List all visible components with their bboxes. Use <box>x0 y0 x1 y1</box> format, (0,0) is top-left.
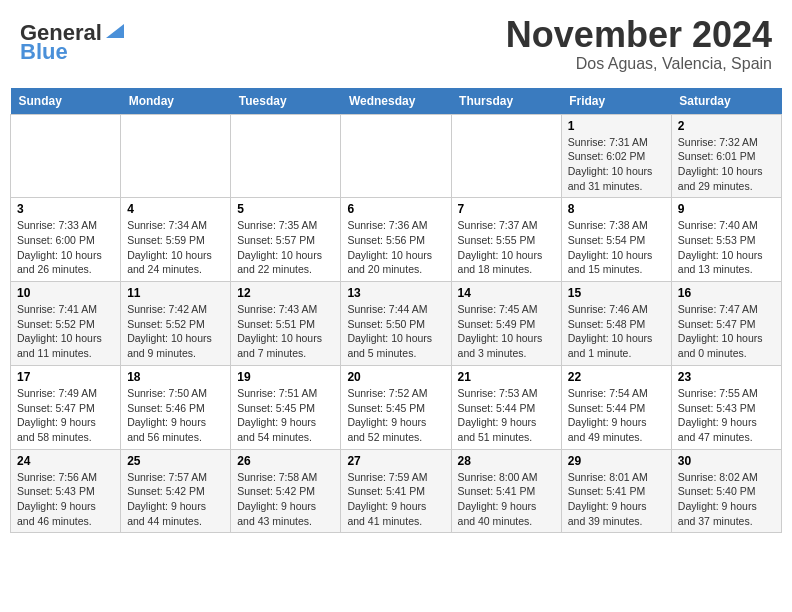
calendar-cell: 4Sunrise: 7:34 AM Sunset: 5:59 PM Daylig… <box>121 198 231 282</box>
day-number: 28 <box>458 454 555 468</box>
day-info: Sunrise: 7:56 AM Sunset: 5:43 PM Dayligh… <box>17 470 114 529</box>
calendar-cell: 18Sunrise: 7:50 AM Sunset: 5:46 PM Dayli… <box>121 365 231 449</box>
weekday-header-sunday: Sunday <box>11 88 121 115</box>
day-info: Sunrise: 7:58 AM Sunset: 5:42 PM Dayligh… <box>237 470 334 529</box>
calendar-cell: 20Sunrise: 7:52 AM Sunset: 5:45 PM Dayli… <box>341 365 451 449</box>
day-info: Sunrise: 8:01 AM Sunset: 5:41 PM Dayligh… <box>568 470 665 529</box>
calendar-cell <box>121 114 231 198</box>
day-number: 29 <box>568 454 665 468</box>
day-info: Sunrise: 7:46 AM Sunset: 5:48 PM Dayligh… <box>568 302 665 361</box>
day-info: Sunrise: 7:52 AM Sunset: 5:45 PM Dayligh… <box>347 386 444 445</box>
calendar-week-1: 1Sunrise: 7:31 AM Sunset: 6:02 PM Daylig… <box>11 114 782 198</box>
day-number: 6 <box>347 202 444 216</box>
day-info: Sunrise: 7:41 AM Sunset: 5:52 PM Dayligh… <box>17 302 114 361</box>
calendar-cell: 3Sunrise: 7:33 AM Sunset: 6:00 PM Daylig… <box>11 198 121 282</box>
day-info: Sunrise: 7:45 AM Sunset: 5:49 PM Dayligh… <box>458 302 555 361</box>
title-block: November 2024 Dos Aguas, Valencia, Spain <box>506 15 772 73</box>
day-number: 18 <box>127 370 224 384</box>
day-info: Sunrise: 8:00 AM Sunset: 5:41 PM Dayligh… <box>458 470 555 529</box>
month-title: November 2024 <box>506 15 772 55</box>
calendar-week-2: 3Sunrise: 7:33 AM Sunset: 6:00 PM Daylig… <box>11 198 782 282</box>
day-number: 4 <box>127 202 224 216</box>
calendar-cell: 19Sunrise: 7:51 AM Sunset: 5:45 PM Dayli… <box>231 365 341 449</box>
day-info: Sunrise: 7:33 AM Sunset: 6:00 PM Dayligh… <box>17 218 114 277</box>
day-number: 19 <box>237 370 334 384</box>
day-info: Sunrise: 7:43 AM Sunset: 5:51 PM Dayligh… <box>237 302 334 361</box>
day-number: 15 <box>568 286 665 300</box>
calendar-cell: 10Sunrise: 7:41 AM Sunset: 5:52 PM Dayli… <box>11 282 121 366</box>
calendar-cell: 15Sunrise: 7:46 AM Sunset: 5:48 PM Dayli… <box>561 282 671 366</box>
day-number: 17 <box>17 370 114 384</box>
weekday-header-thursday: Thursday <box>451 88 561 115</box>
day-number: 16 <box>678 286 775 300</box>
day-info: Sunrise: 7:35 AM Sunset: 5:57 PM Dayligh… <box>237 218 334 277</box>
day-info: Sunrise: 7:37 AM Sunset: 5:55 PM Dayligh… <box>458 218 555 277</box>
calendar-cell: 7Sunrise: 7:37 AM Sunset: 5:55 PM Daylig… <box>451 198 561 282</box>
calendar-week-3: 10Sunrise: 7:41 AM Sunset: 5:52 PM Dayli… <box>11 282 782 366</box>
day-number: 20 <box>347 370 444 384</box>
day-number: 11 <box>127 286 224 300</box>
day-info: Sunrise: 7:34 AM Sunset: 5:59 PM Dayligh… <box>127 218 224 277</box>
day-number: 5 <box>237 202 334 216</box>
calendar-cell: 8Sunrise: 7:38 AM Sunset: 5:54 PM Daylig… <box>561 198 671 282</box>
calendar-week-4: 17Sunrise: 7:49 AM Sunset: 5:47 PM Dayli… <box>11 365 782 449</box>
calendar-cell: 16Sunrise: 7:47 AM Sunset: 5:47 PM Dayli… <box>671 282 781 366</box>
day-number: 23 <box>678 370 775 384</box>
calendar-cell: 28Sunrise: 8:00 AM Sunset: 5:41 PM Dayli… <box>451 449 561 533</box>
day-number: 10 <box>17 286 114 300</box>
calendar-week-5: 24Sunrise: 7:56 AM Sunset: 5:43 PM Dayli… <box>11 449 782 533</box>
day-number: 21 <box>458 370 555 384</box>
location-text: Dos Aguas, Valencia, Spain <box>506 55 772 73</box>
calendar-cell <box>231 114 341 198</box>
calendar-cell: 17Sunrise: 7:49 AM Sunset: 5:47 PM Dayli… <box>11 365 121 449</box>
weekday-header-wednesday: Wednesday <box>341 88 451 115</box>
day-info: Sunrise: 7:49 AM Sunset: 5:47 PM Dayligh… <box>17 386 114 445</box>
day-info: Sunrise: 7:59 AM Sunset: 5:41 PM Dayligh… <box>347 470 444 529</box>
calendar-cell: 11Sunrise: 7:42 AM Sunset: 5:52 PM Dayli… <box>121 282 231 366</box>
calendar-cell: 13Sunrise: 7:44 AM Sunset: 5:50 PM Dayli… <box>341 282 451 366</box>
calendar-table: SundayMondayTuesdayWednesdayThursdayFrid… <box>10 88 782 534</box>
calendar-header-row: SundayMondayTuesdayWednesdayThursdayFrid… <box>11 88 782 115</box>
day-info: Sunrise: 7:36 AM Sunset: 5:56 PM Dayligh… <box>347 218 444 277</box>
day-info: Sunrise: 7:55 AM Sunset: 5:43 PM Dayligh… <box>678 386 775 445</box>
logo-arrow-icon <box>106 20 124 42</box>
day-info: Sunrise: 7:51 AM Sunset: 5:45 PM Dayligh… <box>237 386 334 445</box>
weekday-header-saturday: Saturday <box>671 88 781 115</box>
weekday-header-tuesday: Tuesday <box>231 88 341 115</box>
logo-blue: Blue <box>20 42 68 62</box>
logo: General Blue <box>20 20 124 62</box>
day-number: 13 <box>347 286 444 300</box>
svg-marker-0 <box>106 24 124 38</box>
day-number: 30 <box>678 454 775 468</box>
calendar-cell <box>11 114 121 198</box>
page-header: General Blue November 2024 Dos Aguas, Va… <box>10 10 782 78</box>
day-info: Sunrise: 7:38 AM Sunset: 5:54 PM Dayligh… <box>568 218 665 277</box>
calendar-cell: 14Sunrise: 7:45 AM Sunset: 5:49 PM Dayli… <box>451 282 561 366</box>
day-info: Sunrise: 7:31 AM Sunset: 6:02 PM Dayligh… <box>568 135 665 194</box>
day-info: Sunrise: 7:42 AM Sunset: 5:52 PM Dayligh… <box>127 302 224 361</box>
day-info: Sunrise: 7:53 AM Sunset: 5:44 PM Dayligh… <box>458 386 555 445</box>
calendar-cell: 24Sunrise: 7:56 AM Sunset: 5:43 PM Dayli… <box>11 449 121 533</box>
day-info: Sunrise: 7:44 AM Sunset: 5:50 PM Dayligh… <box>347 302 444 361</box>
calendar-cell: 21Sunrise: 7:53 AM Sunset: 5:44 PM Dayli… <box>451 365 561 449</box>
day-number: 27 <box>347 454 444 468</box>
day-number: 14 <box>458 286 555 300</box>
calendar-cell: 23Sunrise: 7:55 AM Sunset: 5:43 PM Dayli… <box>671 365 781 449</box>
calendar-cell: 30Sunrise: 8:02 AM Sunset: 5:40 PM Dayli… <box>671 449 781 533</box>
calendar-cell <box>341 114 451 198</box>
calendar-cell: 6Sunrise: 7:36 AM Sunset: 5:56 PM Daylig… <box>341 198 451 282</box>
day-info: Sunrise: 7:54 AM Sunset: 5:44 PM Dayligh… <box>568 386 665 445</box>
calendar-cell: 5Sunrise: 7:35 AM Sunset: 5:57 PM Daylig… <box>231 198 341 282</box>
calendar-cell: 1Sunrise: 7:31 AM Sunset: 6:02 PM Daylig… <box>561 114 671 198</box>
day-number: 25 <box>127 454 224 468</box>
calendar-cell: 26Sunrise: 7:58 AM Sunset: 5:42 PM Dayli… <box>231 449 341 533</box>
calendar-cell <box>451 114 561 198</box>
day-number: 22 <box>568 370 665 384</box>
calendar-cell: 12Sunrise: 7:43 AM Sunset: 5:51 PM Dayli… <box>231 282 341 366</box>
calendar-cell: 25Sunrise: 7:57 AM Sunset: 5:42 PM Dayli… <box>121 449 231 533</box>
day-info: Sunrise: 7:40 AM Sunset: 5:53 PM Dayligh… <box>678 218 775 277</box>
day-number: 24 <box>17 454 114 468</box>
calendar-cell: 22Sunrise: 7:54 AM Sunset: 5:44 PM Dayli… <box>561 365 671 449</box>
day-info: Sunrise: 7:32 AM Sunset: 6:01 PM Dayligh… <box>678 135 775 194</box>
calendar-cell: 9Sunrise: 7:40 AM Sunset: 5:53 PM Daylig… <box>671 198 781 282</box>
